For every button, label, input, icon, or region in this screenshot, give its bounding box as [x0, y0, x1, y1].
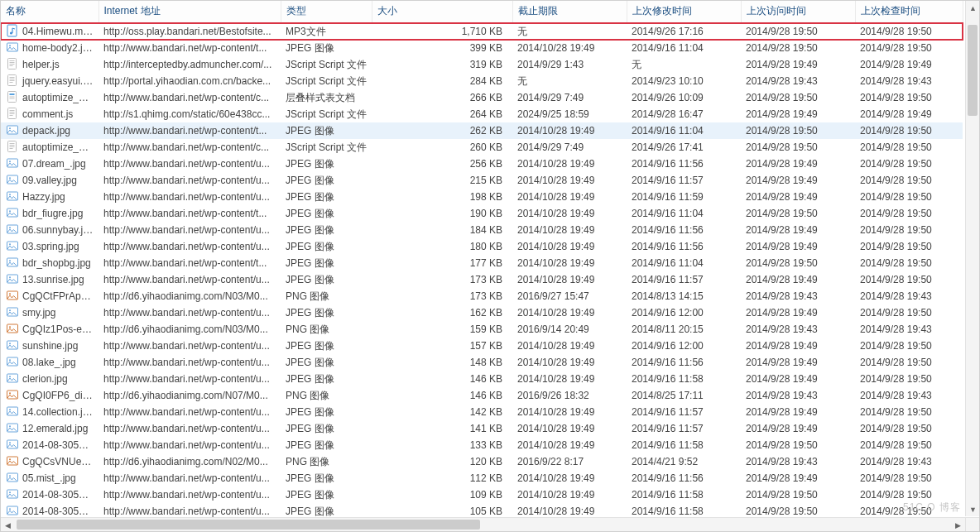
table-row[interactable]: 13.sunrise.jpghttp://www.bandari.net/wp-… — [1, 271, 963, 288]
cell-url: http://d6.yihaodianimg.com/N02/M0... — [98, 453, 281, 470]
table-row[interactable]: 05.mist_.jpghttp://www.bandari.net/wp-co… — [1, 470, 963, 486]
table-row[interactable]: bdr_fiugre.jpghttp://www.bandari.net/wp-… — [1, 205, 963, 222]
cell-text: JPEG 图像 — [286, 423, 334, 434]
cell-size: 159 KB — [372, 321, 512, 338]
cell-name: autoptimize_5f... — [1, 89, 98, 106]
cell-checked: 2014/9/28 19:50 — [855, 172, 963, 189]
cell-deadline: 2016/9/26 18:32 — [512, 387, 627, 404]
cell-text: 2016/9/26 18:32 — [517, 390, 589, 401]
column-header-name[interactable]: 名称 — [1, 1, 98, 23]
table-row[interactable]: CgQIz1Pos-eA...http://d6.yihaodianimg.co… — [1, 321, 963, 338]
table-row[interactable]: depack.jpghttp://www.bandari.net/wp-cont… — [1, 122, 963, 139]
table-row[interactable]: 2014-08-30531...http://www.bandari.net/w… — [1, 486, 963, 503]
table-row[interactable]: 14.collection.jpghttp://www.bandari.net/… — [1, 404, 963, 420]
table-row[interactable]: smy.jpghttp://www.bandari.net/wp-content… — [1, 304, 963, 321]
table-row[interactable]: CgQCtFPrApW...http://d6.yihaodianimg.com… — [1, 288, 963, 304]
image-icon — [6, 156, 19, 170]
column-header-checked[interactable]: 上次检查时间 — [855, 1, 963, 23]
cell-accessed: 2014/9/28 19:49 — [741, 271, 855, 288]
cell-name: 06.sunnybay.jpg — [1, 222, 98, 238]
scroll-track-v[interactable] — [966, 15, 979, 502]
scroll-thumb-h[interactable] — [17, 520, 480, 530]
cell-text: JScript Script 文件 — [286, 141, 367, 153]
scroll-track-h[interactable] — [15, 518, 951, 531]
cell-text: 2014/9/28 19:49 — [746, 340, 818, 352]
cell-text: 2014/9/28 19:43 — [860, 75, 932, 87]
cell-accessed: 2014/9/28 19:50 — [741, 205, 855, 222]
cell-text: 260 KB — [470, 141, 502, 153]
table-row[interactable]: 09.valley.jpghttp://www.bandari.net/wp-c… — [1, 172, 963, 189]
cell-modified: 2014/9/16 11:59 — [627, 189, 741, 205]
column-header-accessed[interactable]: 上次访问时间 — [741, 1, 855, 23]
table-row[interactable]: 2014-08-3056.j...http://www.bandari.net/… — [1, 437, 963, 453]
scroll-up-icon[interactable]: ▲ — [966, 1, 980, 15]
cell-text: 2014/10/28 19:49 — [517, 175, 594, 186]
file-name-text: 05.mist_.jpg — [22, 472, 76, 484]
column-header-type[interactable]: 类型 — [281, 1, 372, 23]
table-row[interactable]: 07.dream_.jpghttp://www.bandari.net/wp-c… — [1, 156, 963, 172]
js-icon — [6, 140, 19, 153]
table-row[interactable]: helper.jshttp://interceptedby.admuncher.… — [1, 56, 963, 73]
js-icon — [6, 107, 19, 120]
table-row[interactable]: 03.spring.jpghttp://www.bandari.net/wp-c… — [1, 238, 963, 255]
cell-checked: 2014/9/28 19:50 — [855, 156, 963, 172]
table-row[interactable]: comment.jshttp://s1.qhimg.com/static/60e… — [1, 106, 963, 122]
table-row[interactable]: 06.sunnybay.jpghttp://www.bandari.net/wp… — [1, 222, 963, 238]
table-row[interactable]: autoptimize_1c...http://www.bandari.net/… — [1, 139, 963, 156]
table-row[interactable]: CgQI0FP6_diA...http://d6.yihaodianimg.co… — [1, 387, 963, 404]
column-header-deadline[interactable]: 截止期限 — [512, 1, 627, 23]
svg-point-21 — [9, 227, 11, 228]
cell-accessed: 2014/9/28 19:49 — [741, 304, 855, 321]
table-row[interactable]: sunshine.jpghttp://www.bandari.net/wp-co… — [1, 338, 963, 354]
cell-text: 148 KB — [470, 357, 502, 368]
column-header-size[interactable]: 大小 — [372, 1, 512, 23]
cell-url: http://www.bandari.net/wp-content/u... — [98, 404, 281, 420]
png-icon — [6, 322, 19, 335]
column-header-modified[interactable]: 上次修改时间 — [627, 1, 741, 23]
cell-checked: 2014/9/28 19:49 — [855, 106, 963, 122]
scroll-thumb-v[interactable] — [968, 25, 978, 116]
cell-text: 146 KB — [470, 390, 502, 401]
table-row[interactable]: home-body2.jpghttp://www.bandari.net/wp-… — [1, 40, 963, 56]
cell-name: jquery.easyui.m... — [1, 73, 98, 89]
cell-text: 2014/9/28 19:50 — [860, 373, 932, 385]
cell-type: PNG 图像 — [281, 321, 372, 338]
cell-size: 177 KB — [372, 255, 512, 271]
table-row[interactable]: 08.lake_.jpghttp://www.bandari.net/wp-co… — [1, 354, 963, 371]
column-header-url[interactable]: Internet 地址 — [98, 1, 281, 23]
cell-text: 2014/9/28 19:43 — [860, 456, 932, 467]
vertical-scrollbar[interactable]: ▲ ▼ — [965, 1, 979, 516]
cell-checked: 2014/9/28 19:50 — [855, 40, 963, 56]
image-icon — [6, 438, 19, 451]
cell-accessed: 2014/9/28 19:50 — [741, 122, 855, 139]
cell-checked: 2014/9/28 19:50 — [855, 255, 963, 271]
cell-text: 2014/9/28 19:50 — [860, 92, 932, 103]
cell-text: 112 KB — [470, 472, 502, 484]
table-row[interactable]: 04.Himewu.mp3http://oss.play.bandari.net… — [1, 23, 963, 41]
table-row[interactable]: jquery.easyui.m...http://portal.yihaodia… — [1, 73, 963, 89]
table-row[interactable]: autoptimize_5f...http://www.bandari.net/… — [1, 89, 963, 106]
scroll-right-icon[interactable]: ▶ — [951, 518, 965, 532]
table-row[interactable]: 12.emerald.jpghttp://www.bandari.net/wp-… — [1, 420, 963, 437]
svg-rect-5 — [8, 75, 17, 86]
cell-text: 2014/9/28 19:49 — [746, 175, 818, 186]
cell-accessed: 2014/9/28 19:43 — [741, 453, 855, 470]
scroll-down-icon[interactable]: ▼ — [966, 502, 980, 516]
cell-url: http://www.bandari.net/wp-content/u... — [98, 486, 281, 503]
cell-name: 13.sunrise.jpg — [1, 271, 98, 288]
cell-text: 256 KB — [470, 158, 502, 170]
horizontal-scrollbar[interactable]: ◀ ▶ — [1, 517, 965, 531]
cell-text: http://www.bandari.net/wp-content/t... — [103, 125, 267, 137]
table-row[interactable]: clerion.jpghttp://www.bandari.net/wp-con… — [1, 371, 963, 387]
table-row[interactable]: CgQCsVNUecC...http://d6.yihaodianimg.com… — [1, 453, 963, 470]
cell-size: 162 KB — [372, 304, 512, 321]
cell-accessed: 2014/9/28 19:43 — [741, 321, 855, 338]
cell-text: 2014/8/13 14:15 — [632, 290, 704, 302]
table-row[interactable]: bdr_shopbg.jpghttp://www.bandari.net/wp-… — [1, 255, 963, 271]
table-row[interactable]: Hazzy.jpghttp://www.bandari.net/wp-conte… — [1, 189, 963, 205]
cell-text: 180 KB — [470, 241, 502, 252]
scroll-left-icon[interactable]: ◀ — [1, 518, 15, 532]
file-name-text: 14.collection.jpg — [22, 406, 94, 418]
image-icon — [6, 405, 19, 418]
cell-text: JPEG 图像 — [286, 158, 334, 170]
